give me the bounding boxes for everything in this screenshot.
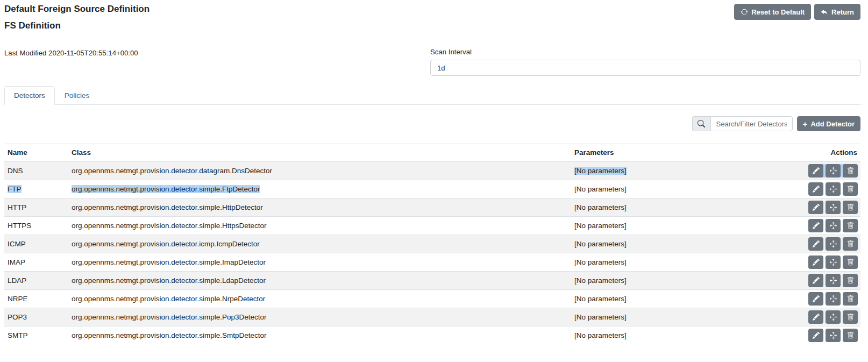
add-detector-label: Add Detector (810, 120, 855, 128)
edit-detector-button[interactable] (808, 164, 823, 178)
search-icon (692, 116, 710, 131)
edit-detector-button[interactable] (808, 201, 823, 214)
delete-detector-button[interactable] (843, 292, 858, 306)
delete-detector-button[interactable] (843, 219, 858, 232)
detector-parameters-cell: [No parameters] (571, 308, 782, 326)
return-button[interactable]: Return (814, 4, 860, 20)
delete-detector-button[interactable] (843, 310, 858, 324)
table-row: ICMP org.opennms.netmgt.provision.detect… (4, 235, 860, 253)
tab-bar: Detectors Policies (4, 86, 860, 105)
delete-detector-button[interactable] (843, 255, 858, 269)
trash-icon (847, 295, 854, 302)
scan-interval-field: Scan Interval (430, 48, 860, 76)
move-icon (830, 204, 837, 211)
detector-class-cell: org.opennms.netmgt.provision.detector.da… (68, 162, 571, 180)
plus-icon: + (803, 120, 808, 128)
pencil-icon (813, 240, 820, 247)
edit-detector-button[interactable] (808, 237, 823, 251)
move-icon (830, 332, 837, 339)
delete-detector-button[interactable] (843, 164, 858, 178)
move-detector-button[interactable] (826, 274, 841, 287)
edit-detector-button[interactable] (808, 310, 823, 324)
move-detector-button[interactable] (826, 219, 841, 232)
trash-icon (847, 259, 854, 266)
move-icon (830, 259, 837, 266)
detector-actions-cell (782, 308, 860, 326)
reset-to-default-label: Reset to Default (751, 8, 805, 16)
trash-icon (847, 332, 854, 339)
row-actions-group (808, 201, 858, 214)
detector-name-cell: FTP (4, 180, 68, 198)
pencil-icon (813, 314, 820, 321)
move-icon (830, 240, 837, 247)
return-arrow-icon (821, 8, 828, 16)
detector-name-cell: NRPE (4, 290, 68, 308)
table-row: LDAP org.opennms.netmgt.provision.detect… (4, 272, 860, 290)
page-title: Default Foreign Source Definition (4, 3, 150, 15)
detector-actions-cell (782, 198, 860, 217)
move-icon (830, 314, 837, 321)
detector-search-input[interactable] (710, 116, 793, 131)
move-detector-button[interactable] (826, 237, 841, 251)
pencil-icon (813, 295, 820, 302)
move-icon (830, 295, 837, 302)
row-actions-group (808, 237, 858, 251)
detector-name-cell: SMTP (4, 326, 68, 345)
move-detector-button[interactable] (826, 292, 841, 306)
move-detector-button[interactable] (826, 182, 841, 196)
detectors-table: Name Class Parameters Actions DNS org.op… (4, 144, 860, 344)
move-detector-button[interactable] (826, 329, 841, 342)
pencil-icon (813, 167, 820, 174)
detector-parameters-cell: [No parameters] (571, 180, 782, 198)
row-actions-group (808, 182, 858, 196)
last-modified-text: Last Modified 2020-11-05T20:55:14+00:00 (4, 48, 430, 76)
tab-detectors[interactable]: Detectors (4, 86, 55, 105)
delete-detector-button[interactable] (843, 274, 858, 287)
page-subtitle: FS Definition (4, 20, 150, 32)
move-detector-button[interactable] (826, 310, 841, 324)
detector-actions-cell (782, 217, 860, 235)
edit-detector-button[interactable] (808, 182, 823, 196)
edit-detector-button[interactable] (808, 219, 823, 232)
foreign-source-definition-page: Default Foreign Source Definition FS Def… (0, 0, 868, 362)
delete-detector-button[interactable] (843, 329, 858, 342)
header-buttons: Reset to Default Return (734, 3, 860, 20)
edit-detector-button[interactable] (808, 292, 823, 306)
pencil-icon (813, 204, 820, 211)
add-detector-button[interactable]: + Add Detector (797, 116, 860, 131)
edit-detector-button[interactable] (808, 274, 823, 287)
move-detector-button[interactable] (826, 255, 841, 269)
scan-interval-input[interactable] (430, 60, 860, 76)
row-actions-group (808, 329, 858, 342)
detector-class-cell: org.opennms.netmgt.provision.detector.si… (68, 326, 571, 345)
row-actions-group (808, 274, 858, 287)
page-header: Default Foreign Source Definition FS Def… (4, 3, 860, 32)
delete-detector-button[interactable] (843, 182, 858, 196)
detector-actions-cell (782, 235, 860, 253)
delete-detector-button[interactable] (843, 237, 858, 251)
detector-actions-cell (782, 253, 860, 272)
move-detector-button[interactable] (826, 164, 841, 178)
detectors-toolbar: + Add Detector (4, 116, 860, 131)
detector-parameters-cell: [No parameters] (571, 290, 782, 308)
edit-detector-button[interactable] (808, 255, 823, 269)
detector-name-cell: IMAP (4, 253, 68, 272)
detector-class-cell: org.opennms.netmgt.provision.detector.si… (68, 308, 571, 326)
move-detector-button[interactable] (826, 201, 841, 214)
move-icon (830, 222, 837, 229)
tab-policies[interactable]: Policies (55, 86, 99, 105)
row-actions-group (808, 310, 858, 324)
edit-detector-button[interactable] (808, 329, 823, 342)
table-row: HTTPS org.opennms.netmgt.provision.detec… (4, 217, 860, 235)
table-row: NRPE org.opennms.netmgt.provision.detect… (4, 290, 860, 308)
detector-actions-cell (782, 272, 860, 290)
reset-to-default-button[interactable]: Reset to Default (734, 4, 811, 20)
trash-icon (847, 314, 854, 321)
detector-parameters-cell: [No parameters] (571, 326, 782, 345)
delete-detector-button[interactable] (843, 201, 858, 214)
table-row: HTTP org.opennms.netmgt.provision.detect… (4, 198, 860, 217)
move-icon (830, 277, 837, 284)
move-icon (830, 186, 837, 193)
detector-parameters-cell: [No parameters] (571, 235, 782, 253)
detector-name-cell: DNS (4, 162, 68, 180)
